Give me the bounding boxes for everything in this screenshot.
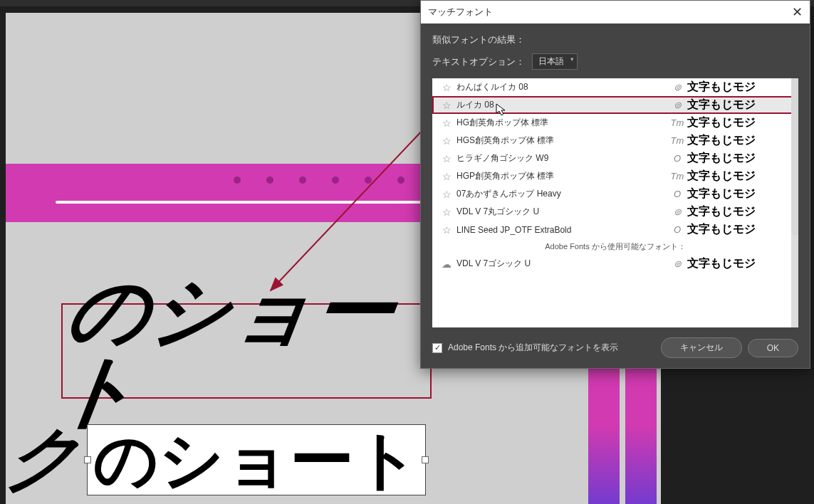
font-type-icon: ⊚ xyxy=(667,258,687,269)
font-preview: 文字もじモジ xyxy=(687,256,794,271)
font-preview: 文字もじモジ xyxy=(687,187,794,201)
checkbox-label: Adobe Fonts から追加可能なフォントを表示 xyxy=(448,342,655,354)
font-row[interactable]: ☆ HGP創英角ポップ体 標準 Tт 文字もじモジ xyxy=(432,167,798,185)
font-preview: 文字もじモジ xyxy=(687,169,794,184)
star-icon[interactable]: ☆ xyxy=(437,117,456,129)
canvas-text-line1: のショート xyxy=(51,271,441,431)
font-name: HGS創英角ポップ体 標準 xyxy=(456,135,667,147)
font-row[interactable]: ☆ LINE Seed JP_OTF ExtraBold O 文字もじモジ xyxy=(432,221,798,238)
font-preview: 文字もじモジ xyxy=(687,222,794,237)
show-adobe-fonts-checkbox[interactable]: ✓ xyxy=(432,343,442,353)
star-icon[interactable]: ☆ xyxy=(437,82,456,93)
font-preview: 文字もじモジ xyxy=(687,115,794,130)
cancel-button[interactable]: キャンセル xyxy=(661,337,742,358)
font-type-icon: O xyxy=(667,153,687,164)
source-text-highlight: のショート xyxy=(61,303,432,399)
font-type-icon: ⊚ xyxy=(667,100,687,110)
font-preview: 文字もじモジ xyxy=(687,133,794,148)
star-icon[interactable]: ☆ xyxy=(437,206,456,218)
font-type-icon: Tт xyxy=(667,135,687,146)
decorative-stripe xyxy=(625,369,657,504)
star-icon[interactable]: ☆ xyxy=(437,100,456,111)
font-name: わんぱくルイカ 08 xyxy=(456,81,667,93)
font-row[interactable]: ☆ わんぱくルイカ 08 ⊚ 文字もじモジ xyxy=(432,78,798,96)
star-icon[interactable]: ☆ xyxy=(437,224,456,236)
adobe-fonts-header: Adobe Fonts から使用可能なフォント： xyxy=(432,238,798,255)
font-type-icon: ⊚ xyxy=(667,206,687,217)
font-name: 07あかずきんポップ Heavy xyxy=(456,188,667,200)
font-name: HG創英角ポップ体 標準 xyxy=(456,117,667,129)
star-icon[interactable]: ☆ xyxy=(437,189,456,200)
font-row[interactable]: ☁ VDL V 7ゴシック U ⊚ 文字もじモジ xyxy=(432,255,798,273)
font-row[interactable]: ☆ HGS創英角ポップ体 標準 Tт 文字もじモジ xyxy=(432,132,798,149)
star-icon[interactable]: ☆ xyxy=(437,135,456,147)
selected-text-frame[interactable]: のショート xyxy=(87,424,426,495)
font-name: VDL V 7ゴシック U xyxy=(456,258,667,270)
font-type-icon: Tт xyxy=(667,117,687,128)
font-row[interactable]: ☆ VDL V 7丸ゴシック U ⊚ 文字もじモジ xyxy=(432,203,798,221)
font-row[interactable]: ☆ 07あかずきんポップ Heavy O 文字もじモジ xyxy=(432,185,798,203)
font-type-icon: O xyxy=(667,189,687,199)
font-row[interactable]: ☆ ルイカ 08 ⊚ 文字もじモジ xyxy=(432,96,798,114)
font-name: ルイカ 08 xyxy=(456,99,667,111)
font-type-icon: O xyxy=(667,224,687,235)
match-font-dialog: マッチフォント ✕ 類似フォントの結果： テキストオプション： 日本語 ☆ わん… xyxy=(420,0,810,369)
ok-button[interactable]: OK xyxy=(748,339,798,357)
font-row[interactable]: ☆ ヒラギノ角ゴシック W9 O 文字もじモジ xyxy=(432,149,798,167)
cloud-icon[interactable]: ☁ xyxy=(437,258,456,270)
star-icon[interactable]: ☆ xyxy=(437,153,456,164)
font-name: LINE Seed JP_OTF ExtraBold xyxy=(456,225,667,235)
dialog-title: マッチフォント xyxy=(428,6,493,19)
font-preview: 文字もじモジ xyxy=(687,204,794,219)
language-select[interactable]: 日本語 xyxy=(532,53,578,70)
selected-text[interactable]: のショート xyxy=(93,424,419,495)
dialog-titlebar[interactable]: マッチフォント ✕ xyxy=(421,1,810,23)
font-type-icon: Tт xyxy=(667,171,687,182)
star-icon[interactable]: ☆ xyxy=(437,171,456,182)
font-name: HGP創英角ポップ体 標準 xyxy=(456,170,667,182)
canvas-text-line3: フォトナナマ xyxy=(1,490,353,504)
close-icon[interactable]: ✕ xyxy=(792,4,803,20)
font-name: ヒラギノ角ゴシック W9 xyxy=(456,152,667,164)
font-results-list[interactable]: ☆ わんぱくルイカ 08 ⊚ 文字もじモジ ☆ ルイカ 08 ⊚ 文字もじモジ … xyxy=(432,78,798,327)
font-preview: 文字もじモジ xyxy=(687,98,794,112)
decorative-stripe xyxy=(588,369,620,504)
scrollbar[interactable] xyxy=(791,78,798,327)
results-label: 類似フォントの結果： xyxy=(421,23,810,51)
scrollbar-thumb[interactable] xyxy=(791,78,798,235)
font-row[interactable]: ☆ HG創英角ポップ体 標準 Tт 文字もじモジ xyxy=(432,114,798,132)
text-options-label: テキストオプション： xyxy=(432,56,525,68)
font-preview: 文字もじモジ xyxy=(687,151,794,166)
font-preview: 文字もじモジ xyxy=(687,80,794,95)
dialog-footer: ✓ Adobe Fonts から追加可能なフォントを表示 キャンセル OK xyxy=(421,327,810,368)
font-type-icon: ⊚ xyxy=(667,82,687,93)
font-name: VDL V 7丸ゴシック U xyxy=(456,206,667,218)
